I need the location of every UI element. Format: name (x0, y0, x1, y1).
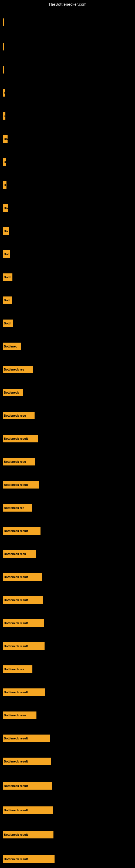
bar: Bo (3, 227, 9, 235)
bar: Bo (3, 204, 8, 212)
bar: Bottleneck result (3, 619, 44, 627)
bar-row: Bottleneck result (0, 782, 135, 789)
bar-row: Bottleneck result (0, 757, 135, 765)
bar: Bottleneck res (3, 665, 32, 673)
bar-label: Bottleneck res (4, 506, 24, 509)
bar-label: Bo (4, 137, 8, 141)
bar-label: Bott (4, 299, 10, 302)
bar: B (3, 158, 6, 166)
bar-label: Bottleneck res (4, 368, 24, 371)
bar-label: Bottleneck (4, 391, 19, 394)
bar-label: Bo (4, 207, 8, 210)
bar: Bottl (3, 273, 12, 281)
bar-label: Bottleneck result (4, 809, 28, 812)
bar: E (3, 66, 4, 73)
bar-row: Bottlenec (0, 343, 135, 350)
bar: Bottleneck result (3, 806, 53, 814)
bar-row: | (0, 19, 135, 26)
bar: Bottleneck (3, 389, 23, 396)
bar-row: Bottleneck resu (0, 458, 135, 465)
bar-label: Bottleneck result (4, 437, 28, 440)
bar-row: B (0, 158, 135, 166)
bar-label: B (4, 160, 6, 163)
bar-row: Bottl (0, 319, 135, 327)
bar: E (3, 112, 5, 120)
bar-row: Bottleneck result (0, 806, 135, 814)
bar-row: Bottleneck res (0, 665, 135, 673)
bar-label: Bottl (4, 276, 10, 279)
bar-row: B (0, 89, 135, 97)
bar-row: Bottleneck result (0, 688, 135, 696)
bar: P (3, 43, 4, 51)
bar-label: Bottleneck result (4, 833, 28, 836)
bar-label: Bottleneck resu (4, 714, 26, 717)
bar-label: E (4, 68, 4, 71)
bar: Bottleneck result (3, 596, 43, 604)
bar: Bottleneck resu (3, 412, 35, 420)
bar-label: Bottleneck result (4, 483, 28, 486)
bar: Bottleneck result (3, 782, 52, 789)
bar: Bottleneck resu (3, 712, 37, 719)
bar: Bottleneck result (3, 688, 45, 696)
bar-label: Bot (4, 252, 9, 256)
bar-row: Bottleneck (0, 389, 135, 396)
bar: Bottleneck result (3, 855, 54, 863)
bar: Bottleneck resu (3, 458, 35, 465)
bar: Bottleneck result (3, 831, 53, 838)
bar-row: Bott (0, 297, 135, 304)
bar-label: Bottleneck result (4, 784, 28, 787)
bar-row: Bottleneck result (0, 596, 135, 604)
bar-row: P (0, 43, 135, 51)
bar-row: E (0, 66, 135, 73)
bar-label: Bottlenec (4, 345, 17, 348)
bar-label: B (4, 183, 6, 187)
bar-row: Bottleneck result (0, 855, 135, 863)
bar: Bottleneck res (3, 366, 33, 373)
bar-label: Bottleneck result (4, 621, 28, 625)
bar: Bottleneck result (3, 435, 38, 442)
bar-label: Bottleneck resu (4, 552, 26, 556)
bar-row: Bottleneck result (0, 642, 135, 650)
bar-label: Bottleneck result (4, 529, 28, 532)
bar-row: Bottleneck result (0, 527, 135, 535)
bar-row: Bottleneck result (0, 481, 135, 489)
bar: Bott (3, 297, 12, 304)
bar-label: Bottleneck result (4, 645, 28, 648)
bar-row: Bottleneck result (0, 435, 135, 442)
bar: Bottleneck result (3, 642, 45, 650)
bar-row: Bot (0, 250, 135, 258)
bar-label: Bottleneck result (4, 575, 28, 579)
bar: Bottleneck result (3, 527, 41, 535)
bar: Bot (3, 250, 10, 258)
bar-row: Bottleneck result (0, 831, 135, 838)
bar: Bo (3, 135, 8, 143)
bar-row: Bottleneck result (0, 619, 135, 627)
bar-row: Bottleneck res (0, 366, 135, 373)
bar-label: Bottleneck resu (4, 414, 26, 417)
bar-row: Bottleneck result (0, 735, 135, 742)
bar-row: Bottl (0, 273, 135, 281)
bar-row: Bo (0, 227, 135, 235)
bar-label: E (4, 114, 5, 118)
bar-label: Bottleneck res (4, 668, 24, 671)
bar-row: Bottleneck resu (0, 412, 135, 420)
bar-label: Bottl (4, 322, 10, 325)
bar-row: Bottleneck res (0, 504, 135, 512)
bar-row: Bo (0, 135, 135, 143)
bar: Bottleneck result (3, 573, 42, 581)
bar-label: Bottleneck result (4, 737, 28, 740)
bar: B (3, 181, 6, 189)
bar-label: Bottleneck result (4, 760, 28, 763)
bar-label: Bottleneck result (4, 858, 28, 861)
bar: Bottleneck resu (3, 550, 36, 558)
bar: Bottl (3, 319, 13, 327)
bar: B (3, 89, 5, 97)
chart-area: |PEBEBoBBBoBoBotBottlBottBottlBottlenecB… (0, 8, 135, 865)
site-title: TheBottlenecker.com (0, 0, 135, 8)
bar: Bottleneck result (3, 481, 39, 489)
bar: | (3, 19, 4, 26)
bar: Bottleneck res (3, 504, 32, 512)
bar-row: Bo (0, 204, 135, 212)
bar-row: B (0, 181, 135, 189)
bar-row: Bottleneck resu (0, 550, 135, 558)
